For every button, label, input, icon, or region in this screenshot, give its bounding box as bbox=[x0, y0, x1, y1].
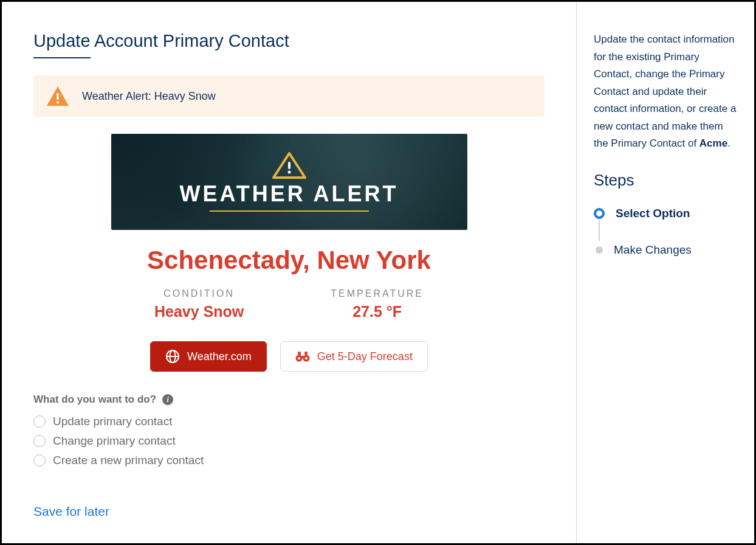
svg-point-10 bbox=[305, 357, 308, 359]
hero-banner: WEATHER ALERT bbox=[111, 134, 467, 230]
sidebar-description: Update the contact information for the e… bbox=[594, 31, 737, 153]
weather-com-button[interactable]: Weather.com bbox=[150, 341, 267, 372]
desc-prefix: Update the contact information for the e… bbox=[594, 33, 736, 149]
radio-label: Change primary contact bbox=[53, 434, 176, 448]
svg-point-3 bbox=[287, 171, 290, 174]
step-select-option[interactable]: Select Option bbox=[594, 207, 737, 220]
save-for-later-link[interactable]: Save for later bbox=[33, 486, 545, 519]
steps-heading: Steps bbox=[594, 171, 737, 190]
question-block: What do you want to do? i Update primary… bbox=[33, 394, 545, 470]
step-label: Make Changes bbox=[614, 243, 692, 257]
weather-com-label: Weather.com bbox=[187, 350, 252, 363]
alert-text: Weather Alert: Heavy Snow bbox=[82, 90, 216, 103]
question-label: What do you want to do? bbox=[33, 394, 156, 406]
radio-icon bbox=[33, 435, 46, 447]
condition-value: Heavy Snow bbox=[154, 303, 244, 321]
radio-option-update[interactable]: Update primary contact bbox=[33, 412, 545, 431]
warning-icon bbox=[47, 86, 69, 106]
sidebar: Update the contact information for the e… bbox=[577, 2, 754, 543]
temperature-label: TEMPERATURE bbox=[331, 288, 424, 299]
radio-label: Update primary contact bbox=[53, 415, 172, 428]
title-underline bbox=[33, 57, 91, 58]
actions-row: Weather.com Get 5-Day Forecast bbox=[150, 341, 428, 372]
condition-stat: CONDITION Heavy Snow bbox=[154, 288, 244, 321]
svg-rect-2 bbox=[288, 162, 290, 169]
app-frame: Update Account Primary Contact Weather A… bbox=[0, 0, 756, 545]
alert-banner: Weather Alert: Heavy Snow bbox=[33, 75, 545, 117]
radio-option-create[interactable]: Create a new primary contact bbox=[33, 451, 545, 470]
radio-label: Create a new primary contact bbox=[53, 454, 204, 467]
svg-rect-13 bbox=[301, 356, 304, 358]
info-icon[interactable]: i bbox=[162, 394, 173, 405]
svg-rect-11 bbox=[298, 352, 301, 355]
temperature-stat: TEMPERATURE 27.5 °F bbox=[331, 288, 424, 321]
weather-card: WEATHER ALERT Schenectady, New York COND… bbox=[111, 134, 467, 372]
svg-rect-12 bbox=[304, 352, 308, 355]
step-marker-pending-icon bbox=[596, 246, 603, 254]
forecast-button[interactable]: Get 5-Day Forecast bbox=[280, 341, 428, 372]
desc-suffix: . bbox=[727, 137, 730, 149]
svg-point-9 bbox=[298, 357, 300, 359]
hero-warning-icon bbox=[272, 152, 306, 179]
hero-underline bbox=[210, 210, 369, 212]
svg-rect-0 bbox=[57, 93, 58, 100]
hero-title: WEATHER ALERT bbox=[180, 181, 399, 207]
main-panel: Update Account Primary Contact Weather A… bbox=[2, 2, 577, 543]
question-header: What do you want to do? i bbox=[33, 394, 545, 406]
temperature-value: 27.5 °F bbox=[331, 303, 424, 321]
svg-point-1 bbox=[57, 102, 59, 104]
globe-icon bbox=[165, 349, 180, 364]
condition-label: CONDITION bbox=[154, 288, 244, 299]
binoculars-icon bbox=[295, 351, 310, 362]
location-text: Schenectady, New York bbox=[147, 246, 431, 275]
forecast-label: Get 5-Day Forecast bbox=[317, 350, 413, 363]
radio-option-change[interactable]: Change primary contact bbox=[33, 431, 545, 451]
radio-icon bbox=[33, 415, 46, 428]
page-title: Update Account Primary Contact bbox=[33, 31, 545, 51]
radio-icon bbox=[33, 454, 46, 467]
step-make-changes[interactable]: Make Changes bbox=[594, 243, 737, 257]
step-label: Select Option bbox=[616, 207, 690, 220]
desc-account-name: Acme bbox=[699, 137, 727, 149]
step-marker-active-icon bbox=[594, 208, 605, 219]
step-connector bbox=[599, 220, 600, 241]
stats-row: CONDITION Heavy Snow TEMPERATURE 27.5 °F bbox=[111, 288, 467, 321]
